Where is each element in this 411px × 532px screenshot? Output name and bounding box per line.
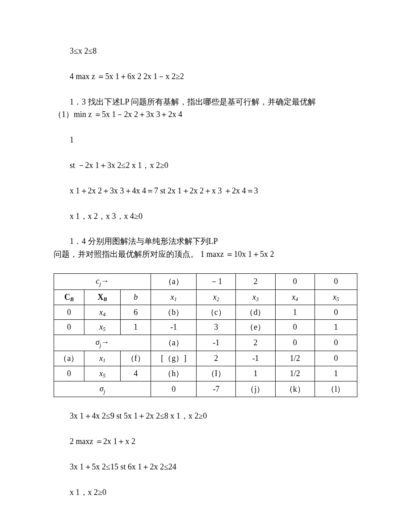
cell: 1/2 [275,351,315,366]
cell: 6 [121,305,151,320]
cell-header: x2 [197,289,236,305]
cell-sigma: σj [54,381,151,397]
cell: [（g）] [151,351,197,366]
cell: x5 [84,366,120,381]
cell: x5 [84,320,120,335]
cell: （b） [151,305,197,320]
cell: （f） [121,351,151,366]
paragraph: 3x 1＋5x 2≤15 st 6x 1＋2x 2≤24 [54,461,357,473]
cell: （k） [275,381,315,397]
cell: x1 [84,351,120,366]
table-row: 0 x4 6 （b） （c） （d） 1 0 [54,305,357,320]
cell: -1 [236,351,275,366]
paragraph: 1．3 找出下述LP 问题所有基解，指出哪些是基可行解，并确定最优解 （1）mi… [54,96,357,121]
cell: （h） [151,366,197,381]
cell: -1 [197,335,236,351]
paragraph: x 1，x 2≥0 [54,486,357,499]
table-row: 0 x5 4 （h） （I） 1 1/2 1 [54,366,357,381]
cell-header: b [121,289,151,305]
cell: 1 [315,320,357,335]
cell: 1 [275,305,315,320]
cell-header: XB [84,289,120,305]
page-content: 3≤x 2≤8 4 max z ＝5x 1＋6x 2 2x 1－x 2≥2 1．… [0,0,411,532]
cell-header: x5 [315,289,357,305]
paragraph: 3≤x 2≤8 [54,45,357,58]
cell: 0 [151,381,197,397]
cell: 1 [236,366,275,381]
cell: 0 [54,366,84,381]
cell: （a） [54,351,84,366]
paragraph: x 1＋2x 2＋3x 3＋4x 4＝7 st 2x 1＋2x 2＋x 3 ＋2… [54,184,357,197]
cell-header: x1 [151,289,197,305]
cell: 2 [197,351,236,366]
paragraph: 1 [54,134,357,147]
cell: （e） [236,320,275,335]
cell: 0 [315,305,357,320]
cell: x4 [84,305,120,320]
cell: （I） [197,366,236,381]
table-row: σj→ （a） -1 2 0 0 [54,335,357,351]
cell: 0 [315,351,357,366]
cell: 0 [54,305,84,320]
cell: 1/2 [275,366,315,381]
cell: 0 [315,335,357,351]
cell: 0 [315,273,357,289]
table-row: σj 0 -7 （j） （k） （l） [54,381,357,397]
cell: 4 [121,366,151,381]
paragraph: st －2x 1＋3x 2≤2 x 1，x 2≥0 [54,159,357,172]
cell: （a） [151,335,197,351]
table-row: cj→ （a） －1 2 0 0 [54,273,357,289]
cell: 0 [275,335,315,351]
table-row: CB XB b x1 x2 x3 x4 x5 [54,289,357,305]
cell-cj: cj→ [54,273,151,289]
cell: 2 [236,335,275,351]
cell-header: x3 [236,289,275,305]
text-line: 1．3 找出下述LP 问题所有基解，指出哪些是基可行解，并确定最优解 [54,96,316,109]
cell: 0 [275,273,315,289]
cell: （d） [236,305,275,320]
cell: （l） [315,381,357,397]
cell-header: x4 [275,289,315,305]
cell: -7 [197,381,236,397]
table-row: 0 x5 1 -1 3 （e） 0 1 [54,320,357,335]
cell: 3 [197,320,236,335]
paragraph: 3x 1＋4x 2≤9 st 5x 1＋2x 2≤8 x 1，x 2≥0 [54,410,357,423]
cell: （a） [151,273,197,289]
text-line: 问题，并对照指出最优解所对应的顶点。 1 maxz ＝10x 1＋5x 2 [54,250,274,259]
text-line: （1）min z ＝5x 1－2x 2＋3x 3＋2x 4 [54,110,182,119]
paragraph: 1．4 分别用图解法与单纯形法求解下列LP 问题，并对照指出最优解所对应的顶点。… [54,235,357,261]
cell: -1 [151,320,197,335]
text-line: 1．4 分别用图解法与单纯形法求解下列LP [54,235,218,248]
cell: （j） [236,381,275,397]
cell: 0 [275,320,315,335]
paragraph: x 1，x 2，x 3，x 4≥0 [54,210,357,223]
cell: （c） [197,305,236,320]
cell: 0 [54,320,84,335]
paragraph: 4 max z ＝5x 1＋6x 2 2x 1－x 2≥2 [54,70,357,83]
table-row: （a） x1 （f） [（g）] 2 -1 1/2 0 [54,351,357,366]
paragraph: 2 maxz ＝2x 1＋x 2 [54,435,357,448]
cell: 1 [121,320,151,335]
cell: －1 [197,273,236,289]
cell-sigma: σj→ [54,335,151,351]
simplex-table: cj→ （a） －1 2 0 0 CB XB b x1 x2 x3 x4 x5 … [54,273,357,397]
cell: 2 [236,273,275,289]
cell-header: CB [54,289,84,305]
cell: 1 [315,366,357,381]
